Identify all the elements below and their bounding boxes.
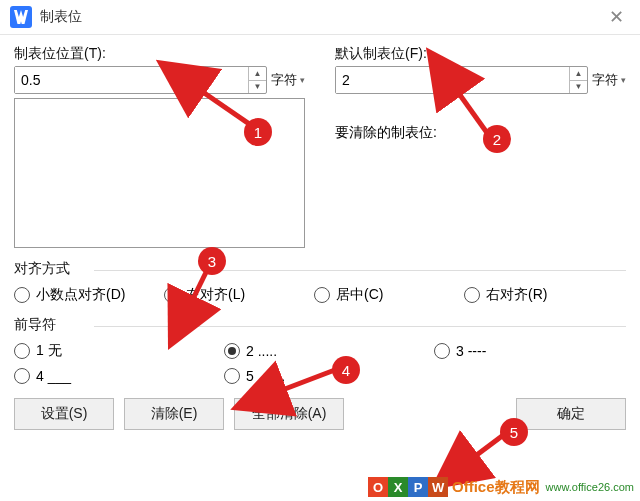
leader-underline-radio[interactable]: 4 ___	[14, 368, 224, 384]
radio-icon	[314, 287, 330, 303]
default-tab-label: 默认制表位(F):	[335, 45, 626, 63]
annotation-badge-1: 1	[244, 118, 272, 146]
radio-label: 2 .....	[246, 343, 277, 359]
radio-label: 右对齐(R)	[486, 286, 547, 304]
close-icon[interactable]: ✕	[603, 6, 630, 28]
annotation-badge-4: 4	[332, 356, 360, 384]
leader-group: 前导符 1 无 2 ..... 3 ---- 4 ___ 5 ……	[14, 316, 626, 384]
align-center-radio[interactable]: 居中(C)	[314, 286, 464, 304]
align-left-radio[interactable]: 左对齐(L)	[164, 286, 314, 304]
radio-icon	[14, 368, 30, 384]
clear-button[interactable]: 清除(E)	[124, 398, 224, 430]
default-tab-input[interactable]	[336, 67, 569, 93]
radio-icon	[434, 343, 450, 359]
alignment-group-label: 对齐方式	[14, 260, 80, 276]
radio-icon	[14, 343, 30, 359]
radio-label: 左对齐(L)	[186, 286, 245, 304]
tabstop-unit-dropdown[interactable]: 字符	[271, 71, 305, 89]
radio-label: 居中(C)	[336, 286, 383, 304]
radio-label: 1 无	[36, 342, 62, 360]
tabstop-input[interactable]	[15, 67, 248, 93]
radio-icon	[164, 287, 180, 303]
watermark-url: www.office26.com	[546, 481, 634, 493]
set-button[interactable]: 设置(S)	[14, 398, 114, 430]
clear-tabs-label: 要清除的制表位:	[335, 124, 626, 142]
tabstop-label: 制表位位置(T):	[14, 45, 305, 63]
button-row: 设置(S) 清除(E) 全部清除(A) 确定	[14, 398, 626, 440]
annotation-badge-3: 3	[198, 247, 226, 275]
default-tab-spin-buttons[interactable]: ▲▼	[569, 67, 587, 93]
leader-mdots-radio[interactable]: 5 ……	[224, 368, 434, 384]
watermark-title: Office教程网	[452, 478, 540, 497]
dialog-content: 制表位位置(T): ▲▼ 字符 默认制表位(F): ▲▼ 字符 要清除的制表位:	[0, 35, 640, 440]
ok-button[interactable]: 确定	[516, 398, 626, 430]
radio-label: 4 ___	[36, 368, 71, 384]
radio-icon	[224, 343, 240, 359]
tabstop-spin-buttons[interactable]: ▲▼	[248, 67, 266, 93]
watermark-logo-icon: OXPW	[368, 477, 448, 497]
default-tab-spinner[interactable]: ▲▼	[335, 66, 588, 94]
watermark: OXPW Office教程网 www.office26.com	[368, 477, 634, 497]
radio-label: 小数点对齐(D)	[36, 286, 125, 304]
leader-dots-radio[interactable]: 2 .....	[224, 342, 434, 360]
tabstop-spinner[interactable]: ▲▼	[14, 66, 267, 94]
align-right-radio[interactable]: 右对齐(R)	[464, 286, 614, 304]
annotation-badge-5: 5	[500, 418, 528, 446]
dialog-title: 制表位	[40, 8, 603, 26]
radio-icon	[14, 287, 30, 303]
radio-icon	[224, 368, 240, 384]
radio-label: 3 ----	[456, 343, 486, 359]
titlebar: 制表位 ✕	[0, 0, 640, 35]
default-tab-unit-dropdown[interactable]: 字符	[592, 71, 626, 89]
app-logo-icon	[10, 6, 32, 28]
align-decimal-radio[interactable]: 小数点对齐(D)	[14, 286, 164, 304]
leader-dashes-radio[interactable]: 3 ----	[434, 342, 640, 360]
alignment-group: 对齐方式 小数点对齐(D) 左对齐(L) 居中(C) 右对齐(R)	[14, 260, 626, 304]
leader-group-label: 前导符	[14, 316, 66, 332]
clear-all-button[interactable]: 全部清除(A)	[234, 398, 344, 430]
radio-icon	[464, 287, 480, 303]
leader-none-radio[interactable]: 1 无	[14, 342, 224, 360]
annotation-badge-2: 2	[483, 125, 511, 153]
radio-label: 5 ……	[246, 368, 286, 384]
